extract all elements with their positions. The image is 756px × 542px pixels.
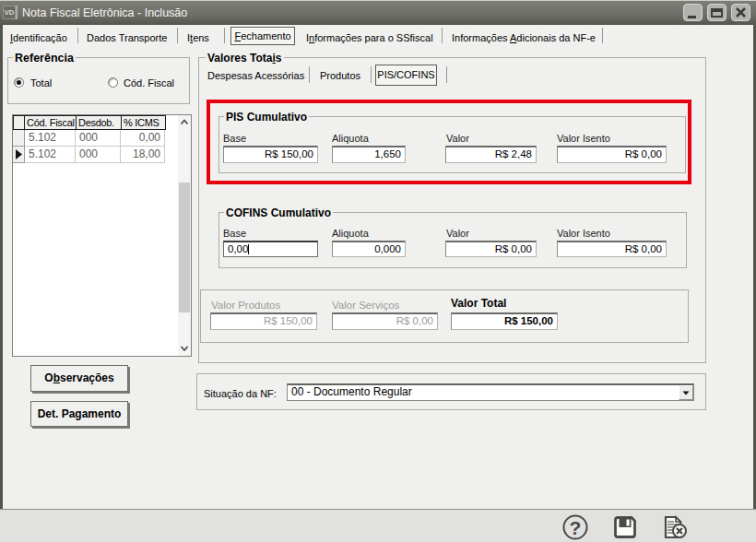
svg-text:?: ? <box>570 517 582 538</box>
